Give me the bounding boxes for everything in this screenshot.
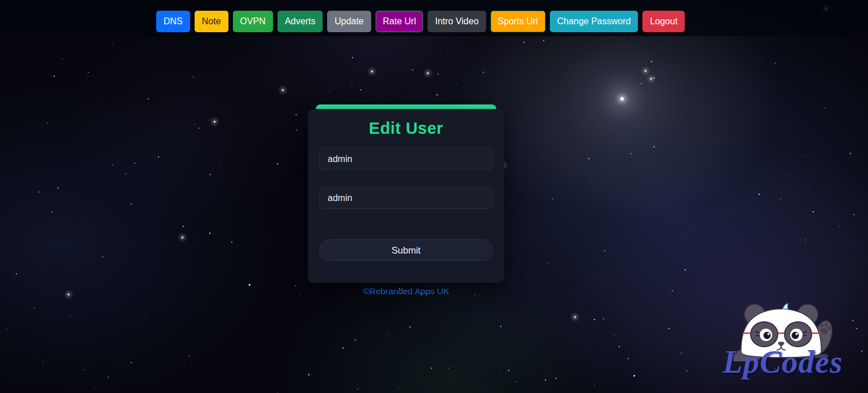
bright-star bbox=[620, 97, 624, 101]
nav-button-logout[interactable]: Logout bbox=[642, 11, 685, 32]
submit-button[interactable]: Submit bbox=[319, 239, 493, 261]
credit-link[interactable]: ©Rebranded Apps UK bbox=[308, 286, 504, 296]
nav-button-change-password[interactable]: Change Password bbox=[550, 11, 638, 32]
nav-button-update[interactable]: Update bbox=[327, 11, 371, 32]
nav-button-rate-url[interactable]: Rate Url bbox=[376, 11, 424, 32]
username-input[interactable] bbox=[319, 148, 493, 170]
logo-text: LpCodes bbox=[706, 345, 860, 379]
nav-button-sports-url[interactable]: Sports Url bbox=[491, 11, 545, 32]
nav-button-intro-video[interactable]: Intro Video bbox=[428, 11, 486, 32]
edit-user-card: Edit User Submit bbox=[308, 109, 504, 283]
lpcodes-logo: LpCodes bbox=[704, 301, 862, 391]
nav-button-adverts[interactable]: Adverts bbox=[277, 11, 323, 32]
nav-button-note[interactable]: Note bbox=[195, 11, 228, 32]
edit-user-card-wrap: Edit User Submit ©Rebranded Apps UK bbox=[308, 104, 504, 296]
nav-button-row: DNS Note OVPN Adverts Update Rate Url In… bbox=[156, 11, 685, 32]
page-title: Edit User bbox=[319, 109, 493, 138]
nav-button-ovpn[interactable]: OVPN bbox=[233, 11, 273, 32]
password-input[interactable] bbox=[319, 187, 493, 209]
nav-button-dns[interactable]: DNS bbox=[156, 11, 190, 32]
top-navbar: DNS Note OVPN Adverts Update Rate Url In… bbox=[0, 0, 868, 36]
